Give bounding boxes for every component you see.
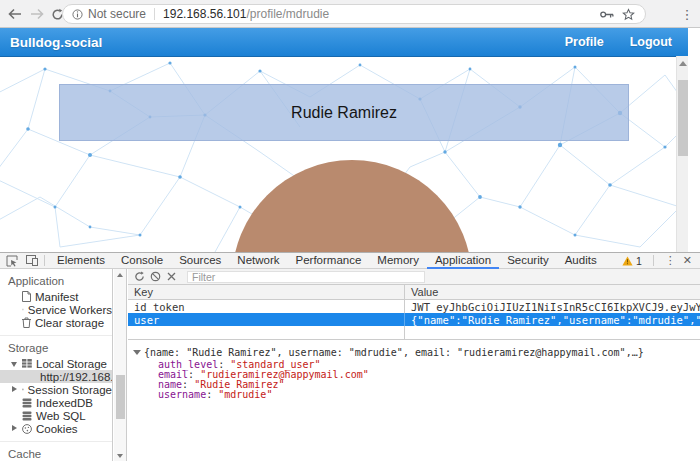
devtools-panel: Elements Console Sources Network Perform… bbox=[0, 252, 700, 461]
page-scrollbar[interactable] bbox=[676, 56, 688, 252]
sidebar-item-clear-storage[interactable]: Clear storage bbox=[0, 316, 112, 329]
sidebar-item-label: Service Workers bbox=[28, 304, 112, 316]
cell-key: id_token bbox=[128, 300, 404, 313]
url-host: 192.168.56.101 bbox=[163, 7, 246, 21]
tab-performance[interactable]: Performance bbox=[288, 253, 370, 269]
site-navbar: Bulldog.social Profile Logout bbox=[0, 28, 688, 57]
sidebar-scrollbar[interactable] bbox=[114, 269, 127, 461]
chevron-right-icon[interactable] bbox=[12, 425, 17, 431]
column-header-value[interactable]: Value bbox=[404, 285, 700, 299]
device-toolbar-icon bbox=[26, 255, 38, 266]
sidebar-item-service-workers[interactable]: Service Workers bbox=[0, 303, 112, 316]
warning-count: 1 bbox=[636, 255, 642, 267]
nav-link-logout[interactable]: Logout bbox=[630, 35, 672, 49]
browser-menu-button[interactable]: ⋮ bbox=[680, 4, 694, 24]
inspect-element-button[interactable] bbox=[4, 254, 20, 268]
address-bar[interactable]: Not secure 192.168.56.101/profile/mdrudi… bbox=[62, 4, 646, 24]
object-summary-text: {name: "Rudie Ramirez", username: "mdrud… bbox=[144, 347, 644, 358]
devtools-tabbar: Elements Console Sources Network Perform… bbox=[0, 253, 700, 269]
tabbar-divider bbox=[653, 255, 654, 266]
sidebar-section-storage: Storage bbox=[0, 336, 112, 357]
sidebar-item-manifest[interactable]: Manifest bbox=[0, 290, 112, 303]
console-warning-badge[interactable]: 1 bbox=[622, 255, 642, 267]
sidebar-item-cookies[interactable]: Cookies bbox=[0, 422, 112, 435]
scroll-up-icon[interactable] bbox=[117, 273, 123, 277]
scroll-down-icon[interactable] bbox=[117, 454, 123, 458]
sidebar-item-local-storage[interactable]: Local Storage bbox=[0, 357, 112, 370]
storage-table-header: Key Value bbox=[128, 285, 700, 300]
manifest-icon bbox=[22, 291, 31, 302]
bookmark-star-icon[interactable] bbox=[622, 8, 635, 21]
web-page: Bulldog.social Profile Logout bbox=[0, 28, 688, 252]
sidebar-item-label: Manifest bbox=[35, 291, 78, 303]
nav-link-profile[interactable]: Profile bbox=[565, 35, 604, 49]
password-key-icon[interactable] bbox=[600, 10, 614, 19]
sidebar-item-label: IndexedDB bbox=[36, 397, 93, 409]
x-icon bbox=[167, 272, 176, 281]
sidebar-item-web-sql[interactable]: Web SQL bbox=[0, 409, 112, 422]
sidebar-item-local-storage-origin[interactable]: http://192.168.56.101 bbox=[0, 370, 112, 383]
forward-arrow-icon bbox=[30, 8, 44, 20]
forward-button[interactable] bbox=[28, 5, 46, 23]
screen: Not secure 192.168.56.101/profile/mdrudi… bbox=[0, 0, 700, 461]
sidebar-scrollbar-thumb[interactable] bbox=[116, 375, 125, 419]
page-scrollbar-thumb[interactable] bbox=[678, 80, 688, 156]
property-value: "mdrudie" bbox=[218, 389, 272, 400]
delete-selected-button[interactable] bbox=[163, 270, 179, 284]
sidebar-item-session-storage[interactable]: Session Storage bbox=[0, 383, 112, 396]
table-row-user[interactable]: user {"name":"Rudie Ramirez","username":… bbox=[128, 313, 700, 326]
property-key: username bbox=[158, 389, 206, 400]
filter-input[interactable] bbox=[187, 271, 425, 283]
cookie-icon bbox=[22, 424, 32, 434]
refresh-button[interactable] bbox=[131, 270, 147, 284]
sidebar-item-indexeddb[interactable]: IndexedDB bbox=[0, 396, 112, 409]
table-icon bbox=[22, 385, 24, 394]
profile-page-content: Rudie Ramirez bbox=[0, 57, 688, 252]
sidebar-item-label: Cookies bbox=[36, 423, 78, 435]
back-arrow-icon bbox=[8, 8, 22, 20]
refresh-icon bbox=[134, 271, 145, 282]
device-toolbar-button[interactable] bbox=[24, 254, 40, 268]
service-workers-icon bbox=[22, 304, 24, 315]
storage-toolbar bbox=[128, 269, 700, 285]
security-label: Not secure bbox=[88, 7, 146, 21]
tab-memory[interactable]: Memory bbox=[369, 253, 427, 269]
table-empty-row bbox=[128, 326, 700, 340]
url-path: /profile/mdrudie bbox=[246, 7, 329, 21]
tab-security[interactable]: Security bbox=[499, 253, 557, 269]
sidebar-section-application: Application bbox=[0, 269, 112, 290]
sidebar-item-label: Clear storage bbox=[35, 317, 104, 329]
tab-application[interactable]: Application bbox=[427, 253, 499, 269]
devtools-close-button[interactable]: ✕ bbox=[683, 254, 692, 267]
storage-pane: Key Value id_token JWT eyJhbGciOiJIUzI1N… bbox=[128, 269, 700, 461]
tab-audits[interactable]: Audits bbox=[557, 253, 605, 269]
devtools-menu-button[interactable]: ⋮ bbox=[665, 254, 676, 267]
clear-all-button[interactable] bbox=[147, 270, 163, 284]
tab-network[interactable]: Network bbox=[229, 253, 287, 269]
database-icon bbox=[22, 411, 32, 421]
tab-sources[interactable]: Sources bbox=[171, 253, 229, 269]
storage-table: Key Value id_token JWT eyJhbGciOiJIUzI1N… bbox=[128, 285, 700, 340]
table-icon bbox=[22, 359, 32, 368]
table-row-id-token[interactable]: id_token JWT eyJhbGciOiJIUzI1NiIsInR5cCI… bbox=[128, 300, 700, 313]
chevron-down-icon[interactable] bbox=[11, 362, 17, 367]
tab-elements[interactable]: Elements bbox=[49, 253, 113, 269]
sidebar-item-label: Local Storage bbox=[36, 358, 107, 370]
back-button[interactable] bbox=[6, 5, 24, 23]
expander-down-icon[interactable] bbox=[133, 350, 141, 355]
sidebar-item-label: Session Storage bbox=[28, 384, 112, 396]
site-brand: Bulldog.social bbox=[10, 35, 102, 50]
scroll-up-icon[interactable] bbox=[679, 61, 687, 66]
column-header-key[interactable]: Key bbox=[128, 285, 404, 299]
chevron-right-icon[interactable] bbox=[12, 386, 17, 392]
object-property: username: "mdrudie" bbox=[132, 390, 700, 400]
omnibox-divider bbox=[154, 8, 155, 20]
cell-value: {"name":"Rudie Ramirez","username":"mdru… bbox=[404, 313, 700, 326]
profile-name-banner: Rudie Ramirez bbox=[59, 84, 629, 141]
tab-console[interactable]: Console bbox=[113, 253, 171, 269]
object-preview-summary[interactable]: {name: "Rudie Ramirez", username: "mdrud… bbox=[132, 347, 700, 360]
tabbar-divider bbox=[44, 255, 45, 266]
profile-display-name: Rudie Ramirez bbox=[291, 104, 397, 122]
application-sidebar: Application Manifest Service Workers Cle… bbox=[0, 269, 113, 461]
clear-storage-trash-icon bbox=[22, 317, 31, 328]
